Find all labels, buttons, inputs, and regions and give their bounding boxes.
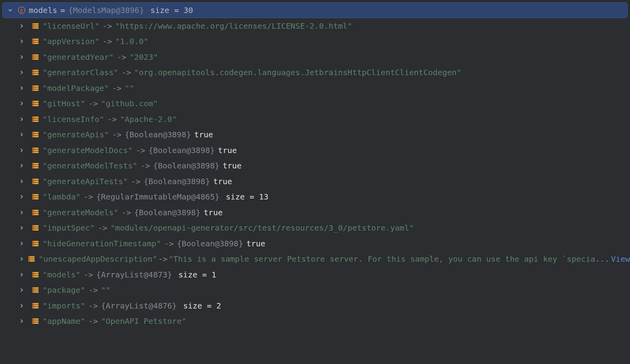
chevron-right-icon[interactable] — [17, 303, 26, 308]
map-entry-row[interactable]: "gitHost"->"github.com" — [0, 96, 630, 112]
svg-rect-120 — [32, 320, 34, 322]
arrow-glyph: -> — [88, 285, 98, 295]
chevron-right-icon[interactable] — [17, 117, 26, 122]
map-entry-row[interactable]: "unescapedAppDescription"->"This is a sa… — [0, 251, 630, 267]
variable-children: "licenseUrl"->"https://www.apache.org/li… — [0, 18, 630, 329]
entry-boolean: true — [218, 146, 237, 155]
entry-boolean: true — [246, 239, 265, 248]
map-entry-row[interactable]: "inputSpec"->"modules/openapi-generator/… — [0, 220, 630, 236]
chevron-right-icon[interactable] — [17, 24, 26, 28]
arrow-glyph: -> — [136, 146, 145, 155]
chevron-right-icon[interactable] — [17, 39, 26, 44]
arrow-glyph: -> — [107, 115, 117, 124]
chevron-right-icon[interactable] — [17, 179, 26, 184]
svg-rect-71 — [32, 194, 34, 196]
chevron-right-icon[interactable] — [17, 132, 26, 137]
map-entry-row[interactable]: "generatorClass"->"org.openapitools.code… — [0, 65, 630, 81]
map-entry-row[interactable]: "appName"->"OpenAPI Petstore" — [0, 314, 630, 329]
entry-key: "generatorClass" — [43, 68, 119, 77]
map-entry-row[interactable]: "generateModels"->{Boolean@3898}true — [0, 205, 630, 220]
chevron-right-icon[interactable] — [17, 288, 26, 292]
entry-value: "" — [125, 83, 134, 93]
map-entry-icon — [28, 255, 35, 263]
entry-object-type: {Boolean@3898} — [148, 146, 215, 155]
svg-rect-31 — [32, 89, 34, 91]
entry-value: "https://www.apache.org/licenses/LICENSE… — [115, 21, 352, 31]
chevron-right-icon[interactable] — [17, 148, 26, 153]
map-entry-row[interactable]: "models"->{ArrayList@4873}size = 1 — [0, 267, 630, 283]
map-entry-row[interactable]: "generateModelTests"->{Boolean@3898}true — [0, 158, 630, 174]
svg-rect-55 — [32, 152, 34, 153]
svg-rect-5 — [32, 23, 34, 25]
map-entry-row[interactable]: "licenseInfo"->"Apache-2.0" — [0, 111, 630, 127]
arrow-glyph: -> — [98, 223, 107, 233]
chevron-right-icon[interactable] — [17, 241, 26, 246]
map-entry-row[interactable]: "generateApiTests"->{Boolean@3898}true — [0, 174, 630, 189]
svg-rect-109 — [32, 291, 34, 293]
svg-rect-95 — [28, 256, 30, 258]
svg-rect-108 — [32, 289, 34, 291]
chevron-right-icon[interactable] — [17, 194, 26, 199]
entry-key: "unescapedAppDescription" — [39, 254, 157, 264]
chevron-right-icon[interactable] — [17, 210, 26, 215]
map-entry-icon — [32, 271, 39, 279]
map-entry-row[interactable]: "licenseUrl"->"https://www.apache.org/li… — [0, 18, 630, 34]
map-entry-row[interactable]: "generatedYear"->"2023" — [0, 49, 630, 65]
svg-rect-79 — [32, 214, 34, 215]
view-link[interactable]: View — [611, 254, 630, 264]
map-entry-row[interactable]: "hideGenerationTimestamp"->{Boolean@3898… — [0, 236, 630, 251]
map-entry-row[interactable]: "generateApis"->{Boolean@3898}true — [0, 127, 630, 143]
arrow-glyph: -> — [164, 239, 174, 248]
map-entry-icon — [32, 146, 39, 154]
chevron-right-icon[interactable] — [17, 86, 26, 91]
svg-rect-121 — [32, 322, 34, 324]
entry-key: "lambda" — [43, 192, 80, 201]
map-entry-row[interactable]: "modelPackage"->"" — [0, 80, 630, 96]
chevron-right-icon[interactable] — [17, 225, 26, 230]
variable-root-row[interactable]: p models = {ModelsMap@3896} size = 30 — [2, 2, 628, 18]
svg-rect-107 — [32, 287, 34, 289]
arrow-glyph: -> — [83, 192, 93, 201]
map-entry-icon — [32, 193, 39, 201]
entry-key: "generateModelTests" — [43, 161, 137, 170]
map-entry-icon — [32, 131, 39, 139]
map-entry-row[interactable]: "package"->"" — [0, 283, 630, 298]
arrow-glyph: -> — [158, 254, 168, 264]
svg-rect-54 — [32, 150, 34, 151]
entry-key: "generatedYear" — [43, 52, 114, 62]
map-entry-row[interactable]: "appVersion"->"1.0.0" — [0, 34, 630, 50]
map-entry-icon — [32, 302, 39, 310]
svg-rect-113 — [32, 303, 34, 305]
variable-name: models — [29, 6, 57, 15]
map-entry-row[interactable]: "generateModelDocs"->{Boolean@3898}true — [0, 142, 630, 158]
arrow-glyph: -> — [83, 270, 93, 279]
chevron-right-icon[interactable] — [17, 55, 26, 59]
arrow-glyph: -> — [112, 83, 122, 93]
svg-rect-84 — [32, 227, 34, 229]
arrow-glyph: -> — [141, 161, 150, 170]
entry-boolean: true — [194, 130, 213, 139]
entry-key: "generateApiTests" — [43, 177, 128, 186]
map-entry-row[interactable]: "imports"->{ArrayList@4876}size = 2 — [0, 298, 630, 314]
entry-boolean: true — [223, 161, 242, 170]
chevron-right-icon[interactable] — [17, 70, 26, 75]
svg-rect-60 — [32, 165, 34, 166]
chevron-right-icon[interactable] — [17, 163, 26, 168]
chevron-right-icon[interactable] — [17, 272, 26, 277]
chevron-down-icon[interactable] — [6, 8, 15, 13]
map-entry-row[interactable]: "lambda"->{RegularImmutableMap@4865}size… — [0, 189, 630, 205]
chevron-right-icon[interactable] — [17, 319, 26, 323]
svg-rect-66 — [32, 181, 34, 182]
chevron-right-icon[interactable] — [17, 101, 26, 106]
entry-key: "appVersion" — [43, 37, 100, 46]
svg-rect-65 — [32, 179, 34, 180]
chevron-right-icon[interactable] — [17, 257, 26, 261]
arrow-glyph: -> — [88, 99, 98, 108]
entry-key: "gitHost" — [43, 99, 85, 108]
debugger-variables-panel: p models = {ModelsMap@3896} size = 30 "l… — [0, 2, 630, 364]
svg-rect-36 — [32, 103, 34, 104]
svg-rect-102 — [32, 274, 34, 275]
svg-rect-18 — [32, 56, 34, 58]
map-entry-icon — [32, 68, 39, 76]
map-entry-icon — [32, 53, 39, 61]
